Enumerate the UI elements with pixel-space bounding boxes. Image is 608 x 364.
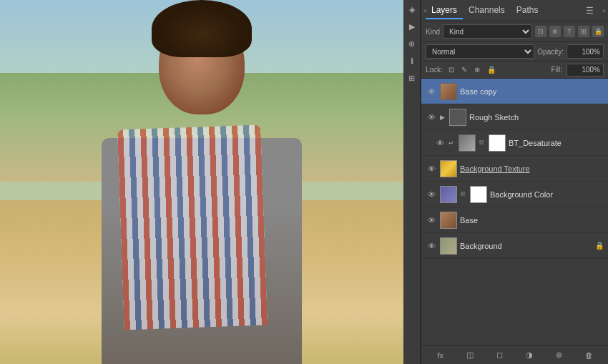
left-toolbar: ◈ ▶ ⊕ ℹ ⊞	[403, 0, 421, 364]
layer-visibility-toggle[interactable]: 👁	[426, 215, 437, 226]
photo	[0, 0, 403, 364]
tool-select[interactable]: ◈	[406, 3, 418, 16]
new-layer-button[interactable]: ⊕	[553, 349, 566, 362]
lock-position-btn[interactable]: ⊕	[473, 65, 481, 74]
layer-name: Base	[460, 216, 604, 225]
layer-item[interactable]: 👁 Background 🔒	[421, 233, 608, 259]
fill-label: Fill:	[551, 66, 562, 74]
layer-visibility-toggle[interactable]: 👁	[426, 163, 437, 174]
fill-input[interactable]	[567, 64, 604, 77]
layers-bottom-toolbar: fx ◫ ◻ ◑ ⊕ 🗑	[421, 345, 608, 364]
filter-icon-lock[interactable]: 🔒	[592, 26, 604, 37]
lock-all-btn[interactable]: 🔒	[486, 65, 497, 74]
person-hair	[152, 0, 252, 57]
layer-visibility-toggle[interactable]: 👁	[426, 86, 437, 97]
layer-indent-arrow: ↵	[448, 139, 454, 147]
layer-thumbnail	[440, 186, 457, 203]
layer-link-icon: ⛓	[460, 191, 467, 197]
layer-name: BT_Desaturate	[509, 139, 604, 147]
layer-visibility-toggle[interactable]: 👁	[426, 240, 437, 252]
blend-mode-select[interactable]: Normal Dissolve Multiply Screen Overlay	[426, 44, 534, 59]
layer-thumbnail	[440, 160, 457, 177]
tab-layers[interactable]: Layers	[426, 2, 463, 19]
layer-lock-indicator: 🔒	[595, 242, 604, 250]
person-shirt	[117, 125, 268, 330]
filter-icon-text[interactable]: T	[564, 26, 575, 37]
tool-layers[interactable]: ⊞	[406, 72, 418, 84]
layer-thumbnail	[459, 134, 476, 152]
layer-name: Background Texture	[460, 164, 604, 173]
tab-paths[interactable]: Paths	[511, 2, 544, 19]
layer-item[interactable]: 👁 Base	[421, 207, 608, 233]
layer-name: Background Color	[490, 190, 604, 199]
layer-item[interactable]: 👁 ↵ ⛓ BT_Desaturate	[421, 130, 608, 156]
layer-item[interactable]: 👁 ▶ Rough Sketch	[421, 104, 608, 130]
filter-label: Kind	[426, 28, 440, 36]
collapse-icon[interactable]: «	[421, 7, 429, 14]
layer-item[interactable]: 👁 Base copy	[421, 79, 608, 104]
layer-visibility-toggle[interactable]: 👁	[426, 112, 437, 123]
filter-icon-circle[interactable]: ⊗	[549, 26, 561, 37]
layer-visibility-toggle[interactable]: 👁	[426, 189, 437, 200]
lock-image-btn[interactable]: ✎	[460, 65, 469, 74]
layer-mask-thumbnail	[470, 186, 487, 203]
layer-name: Rough Sketch	[469, 113, 604, 122]
layer-mask-thumbnail	[489, 134, 506, 152]
panel-menu-icon[interactable]: ☰	[586, 6, 594, 16]
expand-icon[interactable]: »	[600, 7, 608, 14]
tool-info[interactable]: ℹ	[406, 54, 418, 67]
filter-icon-grid[interactable]: ⊡	[535, 26, 546, 37]
opacity-input[interactable]: 100%	[567, 44, 604, 59]
add-style-button[interactable]: fx	[434, 349, 447, 362]
lock-transparent-btn[interactable]: ⊡	[447, 65, 456, 74]
canvas-area	[0, 0, 403, 364]
panel-tabs-bar: « Layers Channels Paths ☰ »	[421, 0, 608, 21]
layer-link-icon: ⛓	[479, 139, 486, 146]
layer-name: Background	[460, 242, 592, 250]
opacity-label: Opacity:	[537, 48, 564, 56]
add-mask-button[interactable]: ◫	[464, 349, 476, 362]
tool-play[interactable]: ▶	[406, 20, 418, 33]
layer-thumbnail	[440, 212, 457, 229]
layers-list: 👁 Base copy 👁 ▶ Rough Sketch 👁 ↵ ⛓ BT_De…	[421, 79, 608, 345]
new-group-button[interactable]: ◑	[523, 349, 536, 362]
tab-channels[interactable]: Channels	[463, 2, 511, 19]
group-expand-arrow[interactable]: ▶	[440, 114, 445, 121]
layer-thumbnail	[440, 83, 457, 100]
tool-add[interactable]: ⊕	[406, 37, 418, 50]
layer-item[interactable]: 👁 ⛓ Background Color	[421, 182, 608, 207]
layer-visibility-toggle[interactable]: 👁	[434, 137, 446, 149]
blend-opacity-row: Normal Dissolve Multiply Screen Overlay …	[421, 42, 608, 62]
layer-name: Base copy	[460, 87, 604, 96]
lock-fill-row: Lock: ⊡ ✎ ⊕ 🔒 Fill:	[421, 62, 608, 79]
new-fill-button[interactable]: ◻	[494, 349, 506, 362]
lock-label: Lock:	[426, 66, 443, 74]
layer-item[interactable]: 👁 Background Texture	[421, 156, 608, 182]
filter-icon-shape[interactable]: ⊞	[578, 26, 589, 37]
layer-thumbnail	[449, 109, 466, 126]
delete-layer-button[interactable]: 🗑	[582, 349, 595, 362]
layer-thumbnail	[440, 237, 457, 255]
filter-row: Kind Kind Name Effect Mode ⊡ ⊗ T ⊞ 🔒	[421, 21, 608, 42]
layers-panel: « Layers Channels Paths ☰ » Kind Kind Na…	[421, 0, 608, 364]
filter-select[interactable]: Kind Name Effect Mode	[443, 24, 532, 39]
